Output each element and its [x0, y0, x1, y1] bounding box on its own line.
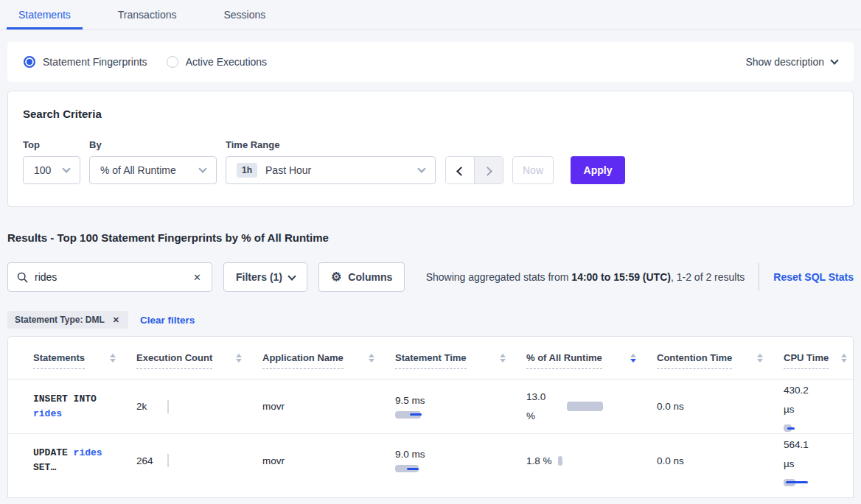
by-select[interactable]: % of All Runtime	[89, 156, 217, 184]
sort-icon	[757, 354, 763, 363]
pct-runtime-cell: 1.8 %	[526, 455, 657, 466]
apply-button[interactable]: Apply	[571, 156, 625, 184]
clear-filters-link[interactable]: Clear filters	[140, 315, 195, 326]
results-heading: Results - Top 100 Statement Fingerprints…	[7, 231, 854, 244]
table-header-row: Statements Execution Count Application N…	[8, 337, 853, 379]
column-header-contention-time[interactable]: Contention Time	[657, 337, 784, 379]
chevron-down-icon	[287, 272, 296, 280]
pct-runtime-cell: 13.0 %	[526, 388, 657, 426]
next-time-button[interactable]	[475, 157, 503, 184]
search-icon	[17, 272, 28, 283]
clear-search-icon[interactable]: ✕	[192, 272, 203, 283]
tab-statements[interactable]: Statements	[7, 1, 83, 29]
sort-icon	[110, 354, 116, 363]
reset-sql-stats-link[interactable]: Reset SQL Stats	[773, 271, 854, 283]
statement-time-cell: 9.5 ms	[395, 395, 526, 419]
top-tab-bar: Statements Transactions Sessions	[0, 0, 861, 30]
sort-icon	[236, 354, 242, 363]
chevron-down-icon	[830, 56, 838, 64]
statement-link[interactable]: rides	[74, 447, 102, 458]
cpu-time-cell: 564.1 µs	[784, 435, 853, 486]
columns-button[interactable]: ⚙ Columns	[318, 262, 405, 292]
radio-unselected-icon	[167, 56, 178, 68]
chevron-down-icon	[198, 164, 206, 172]
chevron-down-icon	[62, 164, 70, 172]
show-description-toggle[interactable]: Show description	[745, 56, 837, 68]
statement-cell: INSERT INTO rides	[8, 392, 136, 421]
statement-cell: UPDATE rides SET…	[8, 446, 136, 475]
statement-link[interactable]: rides	[33, 408, 62, 419]
chevron-down-icon	[417, 164, 425, 172]
time-range-control: Time Range 1h Past Hour	[226, 139, 445, 184]
stats-area: Showing aggregated stats from 14:00 to 1…	[405, 263, 854, 291]
top-select-value: 100	[34, 164, 63, 176]
search-box: ✕	[7, 262, 212, 292]
search-input[interactable]	[35, 271, 192, 283]
now-button[interactable]: Now	[512, 156, 554, 184]
column-header-pct-of-all-runtime[interactable]: % of All Runtime	[526, 337, 657, 379]
remove-filter-icon[interactable]: ✕	[111, 315, 121, 325]
execution-count-cell: 2k	[136, 401, 262, 412]
time-range-value: Past Hour	[265, 164, 419, 176]
radio-label: Active Executions	[186, 56, 268, 68]
pct-runtime-bar	[558, 456, 562, 466]
show-description-label: Show description	[745, 56, 824, 68]
column-header-application-name[interactable]: Application Name	[262, 337, 395, 379]
filter-chip-statement-type: Statement Type: DML ✕	[7, 311, 128, 329]
table-row: UPDATE rides SET… 264 movr 9.0 ms 1.8 % …	[8, 433, 853, 487]
column-header-execution-count[interactable]: Execution Count	[136, 337, 262, 379]
radio-selected-icon	[24, 56, 35, 68]
top-label: Top	[23, 139, 89, 150]
top-control: Top 100	[23, 139, 89, 184]
column-header-statement-time[interactable]: Statement Time	[395, 337, 526, 379]
filters-button[interactable]: Filters (1)	[223, 262, 307, 292]
statement-time-bar	[395, 411, 425, 419]
by-select-value: % of All Runtime	[100, 164, 200, 176]
time-pager	[445, 156, 503, 184]
statement-time-bar	[395, 465, 423, 472]
by-label: By	[89, 139, 226, 150]
radio-label: Statement Fingerprints	[43, 56, 147, 68]
statement-time-cell: 9.0 ms	[395, 449, 526, 472]
sort-icon	[841, 354, 847, 363]
sort-icon	[500, 354, 506, 363]
application-name-cell: movr	[262, 455, 395, 466]
time-range-badge: 1h	[237, 163, 257, 178]
tab-sessions[interactable]: Sessions	[212, 1, 277, 29]
filters-label: Filters (1)	[236, 271, 282, 283]
contention-time-cell: 0.0 ns	[657, 455, 784, 466]
time-range-select[interactable]: 1h Past Hour	[226, 156, 436, 184]
application-name-cell: movr	[262, 401, 395, 412]
pct-runtime-bar	[567, 402, 603, 411]
search-criteria-title: Search Criteria	[23, 108, 838, 120]
table-row: INSERT INTO rides 2k movr 9.5 ms 13.0 % …	[8, 379, 853, 433]
search-criteria-card: Search Criteria Top 100 By % of All Runt…	[7, 91, 854, 207]
radio-statement-fingerprints[interactable]: Statement Fingerprints	[24, 56, 147, 68]
filter-chip-label: Statement Type: DML	[15, 315, 105, 325]
top-select[interactable]: 100	[23, 156, 80, 184]
results-table: Statements Execution Count Application N…	[7, 336, 854, 498]
vertical-divider	[759, 263, 759, 291]
gear-icon: ⚙	[331, 271, 341, 283]
view-toggle-strip: Statement Fingerprints Active Executions…	[7, 42, 854, 82]
contention-time-cell: 0.0 ns	[657, 401, 784, 412]
cpu-time-bar	[784, 479, 809, 486]
filter-chip-row: Statement Type: DML ✕ Clear filters	[7, 311, 854, 329]
execution-count-bar	[167, 400, 169, 413]
time-range-label: Time Range	[226, 139, 445, 150]
execution-count-cell: 264	[136, 455, 262, 466]
results-toolbar: ✕ Filters (1) ⚙ Columns Showing aggregat…	[7, 262, 854, 292]
column-header-cpu-time[interactable]: CPU Time	[784, 337, 853, 379]
sort-icon	[369, 354, 374, 363]
previous-time-button[interactable]	[446, 157, 474, 184]
tab-transactions[interactable]: Transactions	[106, 1, 189, 29]
radio-active-executions[interactable]: Active Executions	[167, 56, 268, 68]
columns-label: Columns	[348, 271, 392, 283]
sort-icon-active-desc	[630, 354, 636, 363]
cpu-time-bar	[784, 424, 798, 432]
column-header-statements[interactable]: Statements	[8, 337, 136, 379]
aggregated-stats-text: Showing aggregated stats from 14:00 to 1…	[426, 271, 745, 283]
by-control: By % of All Runtime	[89, 139, 226, 184]
view-radio-group: Statement Fingerprints Active Executions	[24, 56, 267, 68]
chevron-left-icon	[456, 167, 466, 176]
